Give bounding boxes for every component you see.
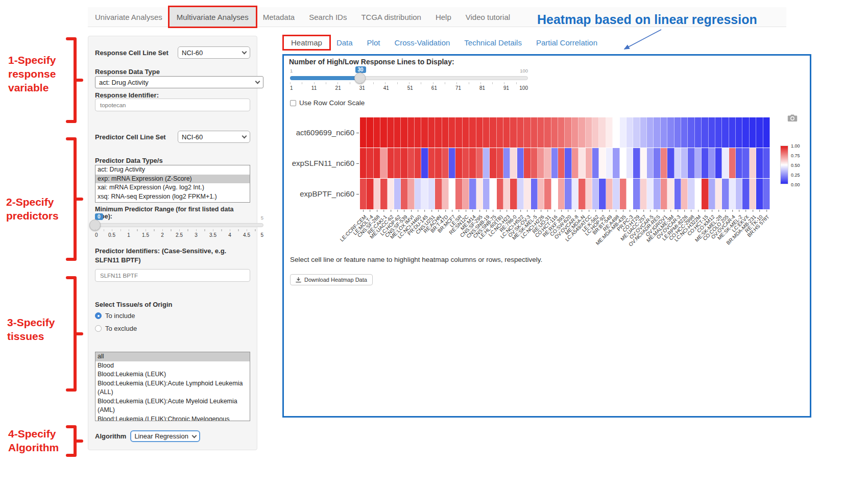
heatmap-cell[interactable] xyxy=(469,179,476,209)
heatmap-cell[interactable] xyxy=(558,117,565,148)
heatmap-cell[interactable] xyxy=(483,117,490,148)
heatmap-cell[interactable] xyxy=(497,117,503,148)
tissue-option-blood-leukemia-leuk[interactable]: Blood:Leukemia (LEUK) xyxy=(95,370,250,379)
heatmap-cell[interactable] xyxy=(626,179,633,209)
heatmap-cell[interactable] xyxy=(613,117,619,148)
heatmap-cell[interactable] xyxy=(654,179,660,209)
heatmap-cell[interactable] xyxy=(763,117,770,148)
tab-heatmap[interactable]: Heatmap xyxy=(284,36,329,49)
heatmap-cell[interactable] xyxy=(360,148,367,178)
heatmap-cell[interactable] xyxy=(531,179,538,209)
heatmap-cell[interactable] xyxy=(374,179,380,209)
nav-item-video-tutorial[interactable]: Video tutorial xyxy=(459,7,517,27)
heatmap-cell[interactable] xyxy=(578,148,585,178)
heatmap-cell[interactable] xyxy=(654,148,660,178)
heatmap-cell[interactable] xyxy=(620,148,626,178)
heatmap-cell[interactable] xyxy=(742,117,749,148)
heatmap-cell[interactable] xyxy=(661,148,667,178)
heatmap-cell[interactable] xyxy=(531,148,538,178)
heatmap-cell[interactable] xyxy=(592,179,599,209)
radio-icon[interactable] xyxy=(95,312,102,319)
heatmap-cell[interactable] xyxy=(449,148,455,178)
heatmap-cell[interactable] xyxy=(674,117,681,148)
min-predictor-range-slider[interactable]: 5000.511.522.533.544.55 xyxy=(95,215,263,241)
heatmap-cell[interactable] xyxy=(421,148,428,178)
heatmap-cell[interactable] xyxy=(736,117,742,148)
heatmap-cell[interactable] xyxy=(578,179,585,209)
heatmap-cell[interactable] xyxy=(367,148,373,178)
heatmap-cell[interactable] xyxy=(374,148,380,178)
heatmap-cell[interactable] xyxy=(709,148,715,178)
heatmap-cell[interactable] xyxy=(360,179,367,209)
heatmap-cell[interactable] xyxy=(756,179,763,209)
heatmap-cell[interactable] xyxy=(572,179,578,209)
heatmap-cell[interactable] xyxy=(524,148,531,178)
heatmap-cell[interactable] xyxy=(702,179,708,209)
heatmap-cell[interactable] xyxy=(647,117,654,148)
heatmap-cell[interactable] xyxy=(394,179,401,209)
data-type-option-act[interactable]: act: Drug Activity xyxy=(95,165,250,175)
heatmap-cell[interactable] xyxy=(633,117,640,148)
heatmap-cell[interactable] xyxy=(483,148,490,178)
predictor-data-types-listbox[interactable]: act: Drug Activityexp: mRNA Expression (… xyxy=(95,165,250,203)
heatmap-cell[interactable] xyxy=(408,117,415,148)
heatmap-cell[interactable] xyxy=(421,179,428,209)
heatmap-cell[interactable] xyxy=(722,148,729,178)
heatmap-cell[interactable] xyxy=(510,179,517,209)
heatmap-cell[interactable] xyxy=(394,117,401,148)
heatmap-cell[interactable] xyxy=(750,148,756,178)
heatmap-cell[interactable] xyxy=(572,148,578,178)
heatmap-cell[interactable] xyxy=(674,179,681,209)
tissue-radio-to-exclude[interactable]: To exclude xyxy=(95,325,250,332)
heatmap-cell[interactable] xyxy=(483,179,490,209)
tab-cross-validation[interactable]: Cross-Validation xyxy=(387,36,457,49)
heatmap-cell[interactable] xyxy=(565,179,571,209)
heatmap-cell[interactable] xyxy=(756,117,763,148)
nav-item-search-ids[interactable]: Search IDs xyxy=(302,7,354,27)
heatmap-cell[interactable] xyxy=(722,117,729,148)
heatmap-cell[interactable] xyxy=(688,148,694,178)
heatmap-cell[interactable] xyxy=(606,179,613,209)
heatmap-cell[interactable] xyxy=(565,148,571,178)
heatmap-cell[interactable] xyxy=(408,148,415,178)
heatmap-cell[interactable] xyxy=(742,179,749,209)
heatmap-cell[interactable] xyxy=(606,148,613,178)
heatmap-cell[interactable] xyxy=(736,148,742,178)
heatmap-cell[interactable] xyxy=(469,148,476,178)
heatmap-cell[interactable] xyxy=(497,179,503,209)
heatmap-cell[interactable] xyxy=(620,179,626,209)
heatmap-cell[interactable] xyxy=(667,117,674,148)
heatmap-cell[interactable] xyxy=(449,179,455,209)
nav-item-help[interactable]: Help xyxy=(428,7,459,27)
nav-item-tcga-distribution[interactable]: TCGA distribution xyxy=(354,7,428,27)
heatmap-cell[interactable] xyxy=(435,179,442,209)
data-type-option-xai[interactable]: xai: mRNA Expression (Avg. log2 Int.) xyxy=(95,183,250,192)
download-heatmap-button[interactable]: Download Heatmap Data xyxy=(290,274,373,285)
heatmap-cell[interactable] xyxy=(428,179,435,209)
heatmap-cell[interactable] xyxy=(415,117,421,148)
heatmap-cell[interactable] xyxy=(709,179,715,209)
heatmap-cell[interactable] xyxy=(435,148,442,178)
heatmap-row-label[interactable]: expSLFN11_nci60 xyxy=(284,159,354,167)
heatmap-cell[interactable] xyxy=(681,117,688,148)
heatmap-cell[interactable] xyxy=(497,148,503,178)
heatmap-cell[interactable] xyxy=(476,148,483,178)
heatmap-cell[interactable] xyxy=(476,179,483,209)
tissue-radio-to-include[interactable]: To include xyxy=(95,312,250,320)
heatmap-cell[interactable] xyxy=(695,179,702,209)
heatmap-cell[interactable] xyxy=(558,148,565,178)
heatmap-cell[interactable] xyxy=(544,117,551,148)
heatmap-cell[interactable] xyxy=(551,117,558,148)
heatmap-cell[interactable] xyxy=(592,148,599,178)
heatmap-cell[interactable] xyxy=(380,179,387,209)
heatmap-cell[interactable] xyxy=(388,148,394,178)
heatmap-cell[interactable] xyxy=(401,179,407,209)
heatmap-cell[interactable] xyxy=(558,179,565,209)
response-identifier-input[interactable]: topotecan xyxy=(95,99,250,111)
heatmap-cell[interactable] xyxy=(702,117,708,148)
heatmap-cell[interactable] xyxy=(401,148,407,178)
heatmap-cell[interactable] xyxy=(626,117,633,148)
heatmap-cell[interactable] xyxy=(606,117,613,148)
heatmap-cell[interactable] xyxy=(586,179,592,209)
heatmap-cell[interactable] xyxy=(428,117,435,148)
